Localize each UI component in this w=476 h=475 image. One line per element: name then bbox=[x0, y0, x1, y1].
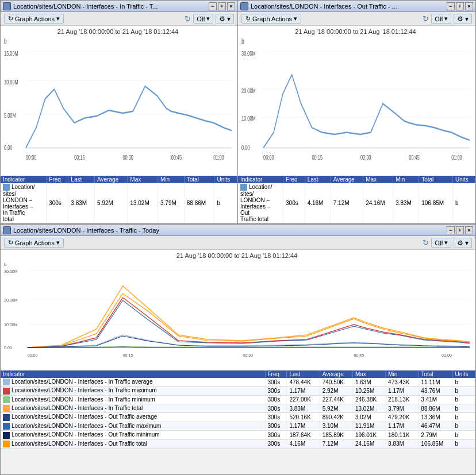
top-right-chart-svg: b 30.00M 20.00M 10.00M 0.00 00:00 00:15 … bbox=[240, 36, 471, 171]
chevron-down-icon: ▾ bbox=[56, 239, 60, 246]
svg-text:0.00: 0.00 bbox=[241, 144, 250, 151]
color-swatch bbox=[3, 388, 10, 395]
chevron-icon: ▾ bbox=[206, 15, 210, 22]
table-row: Location/sites/LONDON –Interfaces –OutTr… bbox=[238, 183, 475, 223]
col-average: Average bbox=[320, 370, 352, 378]
svg-text:01:00: 01:00 bbox=[213, 153, 224, 161]
table-row: Location/sites/LONDON - Interfaces - In … bbox=[1, 404, 475, 413]
panel-icon bbox=[3, 2, 11, 10]
chevron-icon: ▾ bbox=[444, 15, 448, 22]
off-button[interactable]: Off ▾ bbox=[193, 14, 213, 24]
table-row: Location/sites/LONDON - Interfaces - Out… bbox=[1, 413, 475, 422]
refresh-icon: ↻ bbox=[8, 15, 13, 22]
color-swatch bbox=[3, 405, 10, 412]
col-indicator: Indicator bbox=[1, 370, 265, 378]
graph-actions-button[interactable]: ↻ Graph Actions ▾ bbox=[4, 238, 64, 248]
refresh-spin-icon: ↻ bbox=[185, 14, 191, 23]
off-button[interactable]: Off ▾ bbox=[431, 14, 451, 24]
col-average: Average bbox=[95, 176, 128, 183]
chevron-down-icon: ▾ bbox=[56, 15, 60, 22]
maximize-button[interactable]: + bbox=[456, 226, 464, 234]
col-total: Total bbox=[419, 370, 452, 378]
graph-actions-button[interactable]: ↻ Graph Actions ▾ bbox=[241, 14, 301, 24]
col-max: Max bbox=[363, 176, 393, 183]
col-min: Min bbox=[158, 176, 185, 183]
svg-text:01:00: 01:00 bbox=[442, 353, 452, 357]
svg-text:00:30: 00:30 bbox=[122, 153, 133, 161]
minimize-button[interactable]: − bbox=[447, 226, 455, 234]
bottom-panel: Location/sites/LONDON - Interfaces - Tra… bbox=[0, 224, 476, 475]
table-row: Location/sites/LONDON - Interfaces - In … bbox=[1, 387, 475, 395]
indicator-cell: Location/sites/LONDON - Interfaces - Out… bbox=[1, 422, 265, 430]
chevron-down-icon: ▾ bbox=[294, 15, 297, 22]
graph-actions-button[interactable]: ↻ Graph Actions ▾ bbox=[4, 14, 64, 24]
col-average: Average bbox=[331, 176, 363, 183]
color-swatch bbox=[3, 432, 10, 439]
panel-icon bbox=[3, 226, 11, 234]
col-freq: Freq bbox=[265, 370, 287, 378]
maximize-button[interactable]: + bbox=[456, 2, 464, 10]
indicator-cell: Location/sites/LONDON –Interfaces –In Tr… bbox=[1, 183, 47, 223]
bottom-title: Location/sites/LONDON - Interfaces - Tra… bbox=[13, 227, 444, 234]
graph-actions-label: Graph Actions bbox=[252, 16, 292, 22]
svg-text:10.00M: 10.00M bbox=[241, 115, 256, 122]
svg-text:10.00M: 10.00M bbox=[4, 323, 18, 327]
indicator-cell: Location/sites/LONDON - Interfaces - Out… bbox=[1, 439, 265, 448]
bottom-title-bar: Location/sites/LONDON - Interfaces - Tra… bbox=[1, 225, 475, 236]
svg-text:01:00: 01:00 bbox=[451, 153, 462, 161]
svg-text:10.00M: 10.00M bbox=[4, 78, 18, 86]
svg-text:30.00M: 30.00M bbox=[241, 49, 256, 57]
indicator-cell: Location/sites/LONDON - Interfaces - Out… bbox=[1, 413, 265, 422]
col-freq: Freq bbox=[283, 176, 305, 183]
indicator-cell: Location/sites/LONDON - Interfaces - In … bbox=[1, 378, 265, 387]
top-right-chart-title: 21 Aug '18 00:00:00 to 21 Aug '18 01:12:… bbox=[240, 28, 471, 35]
off-label: Off bbox=[197, 16, 205, 22]
top-left-chart-svg: b 15.00M 10.00M 5.00M 0.00 00:00 00:15 0… bbox=[3, 36, 233, 171]
svg-text:0.00: 0.00 bbox=[4, 144, 13, 151]
panel-icon bbox=[240, 2, 248, 10]
top-right-title-bar: Location/sites/LONDON - Interfaces - Out… bbox=[238, 1, 475, 12]
refresh-icon: ↻ bbox=[245, 15, 251, 22]
svg-text:20.00M: 20.00M bbox=[241, 87, 256, 94]
top-right-panel: Location/sites/LONDON - Interfaces - Out… bbox=[238, 0, 476, 224]
bottom-chart-svg: b 30.00M 20.00M 10.00M 0.00 00:00 00:15 … bbox=[3, 260, 471, 366]
col-last: Last bbox=[305, 176, 331, 183]
svg-text:00:15: 00:15 bbox=[312, 153, 323, 161]
close-button[interactable]: × bbox=[227, 2, 235, 10]
svg-text:00:00: 00:00 bbox=[263, 153, 274, 161]
table-row: Location/sites/LONDON - Interfaces - Out… bbox=[1, 422, 475, 430]
table-row: Location/sites/LONDON –Interfaces –In Tr… bbox=[1, 183, 237, 223]
col-units: Units bbox=[452, 370, 475, 378]
svg-text:b: b bbox=[4, 37, 7, 45]
graph-actions-label: Graph Actions bbox=[15, 240, 55, 246]
indicator-cell: Location/sites/LONDON - Interfaces - In … bbox=[1, 404, 265, 413]
top-right-chart-area: 21 Aug '18 00:00:00 to 21 Aug '18 01:12:… bbox=[238, 26, 475, 176]
bottom-data-table: Indicator Freq Last Average Max Min Tota… bbox=[1, 370, 475, 449]
indicator-cell: Location/sites/LONDON - Interfaces - In … bbox=[1, 387, 265, 395]
col-max: Max bbox=[352, 370, 385, 378]
svg-text:20.00M: 20.00M bbox=[4, 298, 18, 302]
off-button[interactable]: Off ▾ bbox=[431, 238, 451, 248]
col-total: Total bbox=[419, 176, 453, 183]
settings-button[interactable]: ⚙ ▾ bbox=[454, 14, 472, 24]
close-button[interactable]: × bbox=[465, 2, 473, 10]
svg-text:00:00: 00:00 bbox=[26, 153, 37, 161]
top-left-chart-title: 21 Aug '18 00:00:00 to 21 Aug '18 01:12:… bbox=[3, 28, 233, 35]
color-swatch bbox=[3, 396, 10, 403]
gear-chevron-icon: ▾ bbox=[465, 239, 469, 247]
maximize-button[interactable]: + bbox=[218, 2, 226, 10]
col-last: Last bbox=[68, 176, 95, 183]
refresh-icon: ↻ bbox=[8, 239, 13, 246]
col-last: Last bbox=[287, 370, 320, 378]
minimize-button[interactable]: − bbox=[447, 2, 455, 10]
top-right-data-table: Indicator Freq Last Average Max Min Tota… bbox=[238, 176, 475, 223]
col-units: Units bbox=[214, 176, 237, 183]
minimize-button[interactable]: − bbox=[209, 2, 217, 10]
close-button[interactable]: × bbox=[465, 226, 473, 234]
top-left-toolbar: ↻ Graph Actions ▾ ↻ Off ▾ ⚙ ▾ bbox=[1, 12, 237, 26]
indicator-cell: Location/sites/LONDON - Interfaces - In … bbox=[1, 395, 265, 404]
settings-button[interactable]: ⚙ ▾ bbox=[216, 14, 234, 24]
color-swatch bbox=[3, 184, 10, 191]
settings-button[interactable]: ⚙ ▾ bbox=[454, 238, 472, 248]
color-swatch bbox=[3, 441, 10, 447]
